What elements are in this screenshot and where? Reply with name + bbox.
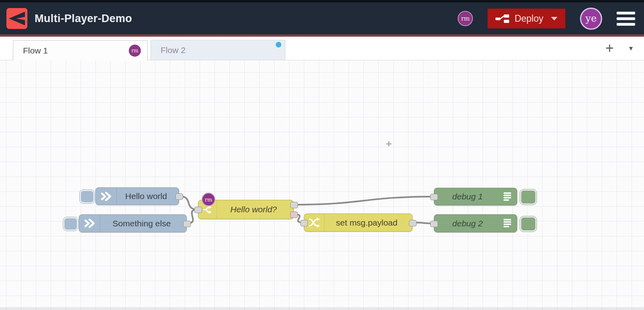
flow-canvas[interactable]: + Hello worldSomething elseHello world?r… — [0, 60, 644, 310]
tab-flow-2[interactable]: Flow 2 — [151, 40, 285, 60]
port-input[interactable] — [194, 207, 202, 213]
node-editor-avatar: rm — [202, 193, 215, 206]
hamburger-bar — [617, 12, 635, 14]
inject-trigger-button[interactable] — [80, 190, 95, 203]
inject-trigger-button[interactable] — [63, 217, 78, 231]
wire-switch-hello-world-to-debug-1[interactable] — [294, 197, 433, 205]
node-label: debug 2 — [438, 215, 497, 232]
node-debug-2[interactable]: debug 2 — [434, 214, 517, 232]
tab-label: Flow 1 — [23, 46, 48, 55]
debug-icon — [497, 188, 517, 205]
port-input[interactable] — [430, 194, 438, 200]
port-output-0[interactable] — [175, 193, 183, 200]
page-title: Multi-Player-Demo — [35, 12, 132, 25]
port-output-0[interactable] — [409, 220, 417, 226]
app-header: Multi-Player-Demo rm Deploy ye — [0, 2, 644, 35]
tab-flow-1[interactable]: Flow 1 rm — [13, 40, 148, 60]
debug-toggle-button[interactable] — [520, 189, 537, 205]
node-label: Hello world — [117, 188, 175, 205]
unread-activity-dot — [276, 42, 281, 47]
flowfuse-logo[interactable] — [6, 8, 27, 29]
collaborator-avatar[interactable]: rm — [458, 11, 473, 26]
debug-toggle-button[interactable] — [520, 216, 537, 232]
flow-list-button[interactable]: ▾ — [629, 44, 633, 53]
inject-arrow-icon — [96, 188, 117, 205]
node-label: set msg.payload — [324, 214, 409, 231]
user-avatar[interactable]: ye — [580, 8, 602, 30]
port-output-0[interactable] — [290, 202, 298, 208]
node-label: Something else — [100, 215, 183, 232]
wire-layer — [0, 60, 644, 310]
hamburger-menu-icon[interactable] — [617, 12, 635, 26]
deploy-icon — [495, 14, 509, 24]
node-debug-1[interactable]: debug 1 — [434, 188, 517, 205]
flow-tab-bar: Flow 1 rm Flow 2 + ▾ — [0, 37, 644, 60]
debug-icon — [497, 215, 517, 232]
node-change-set-payload[interactable]: set msg.payload — [304, 214, 413, 232]
deploy-label: Deploy — [514, 13, 543, 24]
node-inject-something-else[interactable]: Something else — [79, 214, 187, 232]
tab-label: Flow 2 — [161, 45, 186, 55]
node-label: debug 1 — [438, 188, 497, 205]
port-output-0[interactable] — [183, 221, 191, 227]
hamburger-bar — [617, 17, 635, 20]
hamburger-bar — [617, 23, 635, 26]
port-input[interactable] — [430, 221, 438, 227]
port-output-1[interactable] — [290, 211, 298, 218]
port-input[interactable] — [300, 220, 308, 226]
node-inject-hello-world[interactable]: Hello world — [95, 187, 179, 205]
add-flow-button[interactable]: + — [605, 41, 614, 55]
deploy-button[interactable]: Deploy — [487, 8, 566, 29]
tab-collaborator-avatar: rm — [129, 45, 141, 57]
node-label: Hello world? — [217, 200, 290, 219]
flowfuse-logo-mark — [6, 8, 27, 29]
inject-arrow-icon — [79, 215, 100, 232]
node-switch-hello-world[interactable]: Hello world?rm — [198, 200, 294, 219]
deploy-caret-icon[interactable] — [551, 17, 557, 21]
